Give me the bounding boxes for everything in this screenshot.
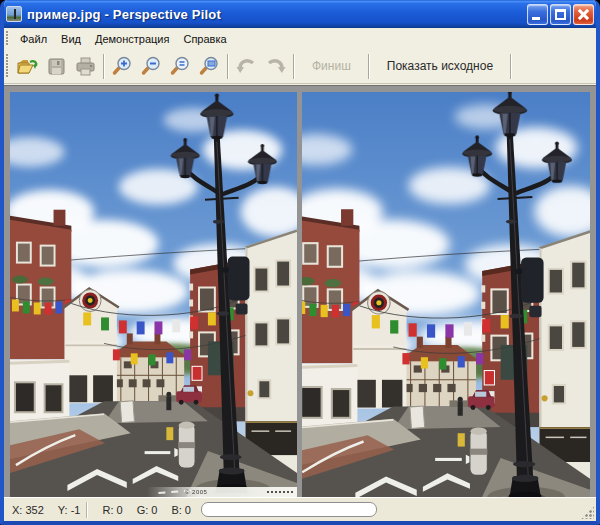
zoom-out-icon — [140, 55, 163, 78]
save-button[interactable] — [42, 52, 71, 81]
titlebar[interactable]: пример.jpg - Perspective Pilot — [0, 0, 600, 28]
window-title: пример.jpg - Perspective Pilot — [27, 7, 527, 22]
undo-icon — [235, 55, 258, 78]
open-folder-icon — [16, 55, 39, 78]
finish-button-label: Финиш — [312, 59, 351, 73]
status-blue-value: B: 0 — [171, 504, 191, 516]
toolbar-separator — [103, 54, 105, 79]
minimize-icon — [532, 17, 540, 20]
redo-icon — [264, 55, 287, 78]
resize-grip[interactable] — [581, 506, 594, 519]
menu-view[interactable]: Вид — [54, 30, 88, 48]
menu-help[interactable]: Справка — [176, 30, 233, 48]
photo-original[interactable] — [302, 92, 590, 497]
menubar-grip[interactable] — [6, 31, 9, 46]
street-scene-original — [302, 92, 590, 497]
toolbar-separator — [368, 54, 370, 79]
photo-corrected[interactable]: © 2005 — [10, 92, 297, 497]
maximize-button[interactable] — [550, 4, 571, 25]
undo-button[interactable] — [232, 52, 261, 81]
status-cursor-x: X: 352 — [12, 504, 44, 516]
toolbar-separator — [293, 54, 295, 79]
print-button[interactable] — [71, 52, 100, 81]
status-cursor-y: Y: -1 — [58, 504, 81, 516]
show-original-button[interactable]: Показать исходное — [373, 52, 507, 81]
print-icon — [74, 55, 97, 78]
redo-button[interactable] — [261, 52, 290, 81]
image-canvas: © 2005 — [4, 85, 596, 497]
zoom-in-button[interactable] — [108, 52, 137, 81]
toolbar-separator — [227, 54, 229, 79]
toolbar: Финиш Показать исходное — [4, 49, 596, 84]
menu-demonstration[interactable]: Демонстрация — [88, 30, 177, 48]
menu-file[interactable]: Файл — [13, 30, 54, 48]
zoom-actual-size-icon — [169, 55, 192, 78]
toolbar-separator — [510, 54, 512, 79]
app-window: пример.jpg - Perspective Pilot Файл Вид … — [0, 0, 600, 525]
zoom-actual-size-button[interactable] — [166, 52, 195, 81]
app-icon — [6, 6, 22, 22]
zoom-in-icon — [111, 55, 134, 78]
open-file-button[interactable] — [13, 52, 42, 81]
close-button[interactable] — [573, 4, 594, 25]
progress-bar — [201, 502, 377, 517]
toolbar-grip[interactable] — [6, 54, 9, 78]
save-icon — [45, 55, 68, 78]
zoom-fit-icon — [198, 55, 221, 78]
street-scene-corrected — [10, 92, 297, 497]
status-bar: X: 352 Y: -1 R: 0 G: 0 B: 0 — [4, 497, 596, 521]
maximize-icon — [555, 9, 566, 20]
finish-button[interactable]: Финиш — [298, 52, 365, 81]
close-icon — [577, 8, 590, 21]
zoom-out-button[interactable] — [137, 52, 166, 81]
minimize-button[interactable] — [527, 4, 548, 25]
zoom-fit-button[interactable] — [195, 52, 224, 81]
photo-watermark: © 2005 — [147, 487, 297, 497]
status-green-value: G: 0 — [137, 504, 158, 516]
status-red-value: R: 0 — [102, 504, 122, 516]
show-original-button-label: Показать исходное — [387, 59, 493, 73]
menu-bar: Файл Вид Демонстрация Справка — [4, 28, 596, 49]
statusbar-separator — [86, 502, 88, 518]
